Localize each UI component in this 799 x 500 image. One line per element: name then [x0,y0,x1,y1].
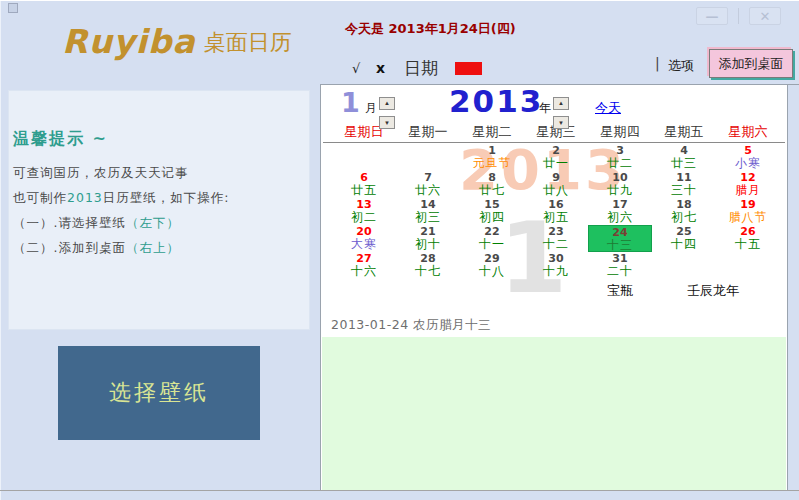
calendar-day-cell[interactable]: 17初六 [588,198,652,225]
calendar-day-cell[interactable]: 6廿五 [332,171,396,198]
lunar-label: 十九 [524,265,588,278]
lunar-label: 初十 [396,238,460,251]
lunar-label: 初五 [524,211,588,224]
calendar-top-border-extension [788,84,799,85]
window-controls-divider [738,8,739,24]
calendar-day-cell[interactable]: 19腊八节 [716,198,780,225]
calendar-day-cell[interactable]: 30十九 [524,252,588,279]
lunar-label: 元旦节 [460,157,524,170]
year-spinner-up[interactable]: ▲ [553,97,569,110]
lunar-label: 廿二 [588,157,652,170]
lunar-label: 廿七 [460,184,524,197]
zodiac-sign-label: 宝瓶 [588,282,652,300]
calendar-day-cell[interactable]: 27十六 [332,252,396,279]
lunar-label: 腊八节 [716,211,780,224]
calendar-day-cell[interactable]: 7廿六 [396,171,460,198]
calendar-day-cell[interactable]: 15初四 [460,198,524,225]
calendar-day-cell [396,144,460,171]
calendar-day-cell[interactable]: 18初七 [652,198,716,225]
year-value: 2013 [449,83,543,119]
lunar-label: 腊月 [716,184,780,197]
month-spinner: ▲ ▼ [379,90,395,116]
window-icon [8,3,18,13]
lunar-label: 十四 [652,238,716,251]
lunar-label: 廿五 [332,184,396,197]
toolbar-divider: | [655,55,660,71]
calendar-day-cell[interactable]: 31二十 [588,252,652,279]
month-spinner-up[interactable]: ▲ [379,97,395,110]
logo-brand: Ruyiba [62,22,196,61]
calendar-day-cell[interactable]: 16初五 [524,198,588,225]
tips-step-1-hint: （左下） [126,215,180,230]
tips-title: 温馨提示 ~ [13,129,108,150]
month-unit-label: 月 [365,100,377,117]
calendar-day-cell[interactable]: 21初十 [396,225,460,252]
calendar-day-cell[interactable]: 8廿七 [460,171,524,198]
lunar-label: 初六 [588,211,652,224]
weekday-tuesday: 星期二 [460,123,524,141]
lunar-label: 十一 [460,238,524,251]
today-link[interactable]: 今天 [595,99,621,117]
lunar-label: 廿三 [652,157,716,170]
options-menu-item[interactable]: 选项 [668,57,694,75]
tips-panel: 温馨提示 ~ 可查询国历，农历及天天记事 也可制作2013日历壁纸，如下操作: … [8,90,310,330]
tips-step-2: （二）.添加到桌面（右上） [13,240,180,257]
today-date-text: 今天是 2013年1月24日(四) [345,20,516,38]
calendar-day-cell[interactable]: 1元旦节 [460,144,524,171]
app-window: Ruyiba桌面日历 今天是 2013年1月24日(四) — ✕ √ x 日期 … [0,0,799,500]
window-bottom-edge [0,490,799,491]
minimize-button[interactable]: — [696,7,728,25]
tips-line-2-year: 2013 [67,190,103,205]
lunar-label: 廿八 [524,184,588,197]
lunar-label: 廿九 [588,184,652,197]
choose-wallpaper-button[interactable]: 选择壁纸 [58,346,260,440]
x-icon[interactable]: x [376,60,385,76]
date-color-swatch[interactable] [455,62,482,75]
calendar-day-cell[interactable]: 29十八 [460,252,524,279]
month-spinner-down[interactable]: ▼ [379,116,395,129]
tips-line-2-suffix: 日历壁纸，如下操作: [103,190,230,205]
calendar-day-cell[interactable]: 28十七 [396,252,460,279]
calendar-day-cell[interactable]: 2廿一 [524,144,588,171]
calendar-day-cell[interactable]: 12腊月 [716,171,780,198]
calendar-day-cell[interactable]: 3廿二 [588,144,652,171]
window-controls: — ✕ [696,6,791,26]
weekday-friday: 星期五 [652,123,716,141]
add-to-desktop-button[interactable]: 添加到桌面 [709,49,793,78]
tips-line-2: 也可制作2013日历壁纸，如下操作: [13,190,230,207]
calendar-day-cell[interactable]: 5小寒 [716,144,780,171]
calendar-day-cell[interactable]: 9廿八 [524,171,588,198]
lunar-label: 十二 [524,238,588,251]
year-unit-label: 年 [539,100,551,117]
tips-step-1: （一）.请选择壁纸（左下） [13,215,180,232]
lunar-label: 十八 [460,265,524,278]
lunar-label: 十三 [589,239,651,252]
calendar-day-cell[interactable]: 26十五 [716,225,780,252]
month-value: 1 [341,87,360,118]
calendar-day-cell[interactable]: 4廿三 [652,144,716,171]
lunar-label: 初七 [652,211,716,224]
check-icon[interactable]: √ [352,61,360,76]
logo-app-name: 桌面日历 [204,30,292,55]
calendar-day-cell[interactable]: 25十四 [652,225,716,252]
calendar-day-cell[interactable]: 22十一 [460,225,524,252]
calendar-day-cell[interactable]: 10廿九 [588,171,652,198]
lunar-year-name-label: 壬辰龙年 [661,282,765,300]
weekday-saturday: 星期六 [716,123,780,141]
close-button[interactable]: ✕ [749,7,781,25]
lunar-label: 初四 [460,211,524,224]
calendar-day-cell[interactable]: 23十二 [524,225,588,252]
lunar-label: 廿一 [524,157,588,170]
weekday-separator-line [323,142,785,143]
calendar-panel: 2013 1 1 月 ▲ ▼ 2013 年 ▲ ▼ 今天 星期日 星期一 星期二… [320,84,788,491]
lunar-label: 三十 [652,184,716,197]
calendar-day-cell[interactable]: 11三十 [652,171,716,198]
calendar-day-cell[interactable]: 13初二 [332,198,396,225]
calendar-day-cell[interactable]: 20大寒 [332,225,396,252]
calendar-day-cell [332,144,396,171]
lunar-label: 廿六 [396,184,460,197]
calendar-day-cell[interactable]: 24十三 [588,225,652,252]
calendar-day-cell [716,252,780,279]
year-spinner-down[interactable]: ▼ [553,116,569,129]
calendar-day-cell[interactable]: 14初三 [396,198,460,225]
